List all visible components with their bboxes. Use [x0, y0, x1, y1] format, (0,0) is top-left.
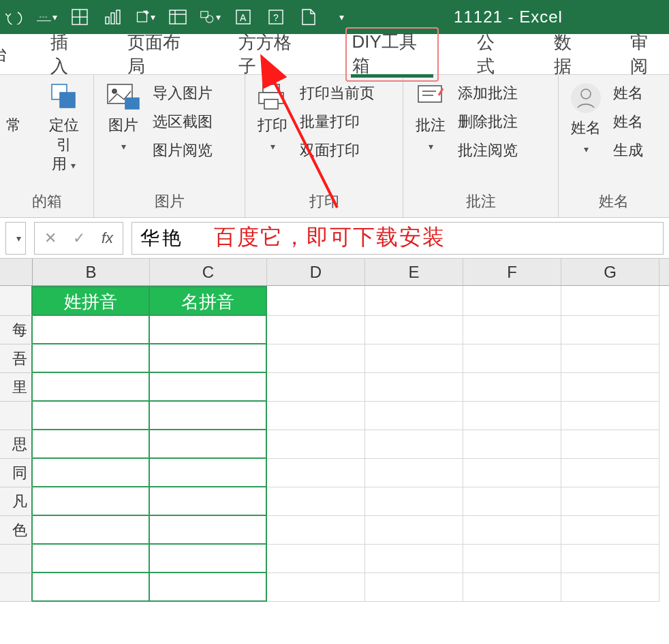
row-header[interactable] [0, 545, 33, 573]
row-header[interactable] [0, 286, 33, 316]
help-icon[interactable]: ? [266, 7, 286, 27]
document-icon[interactable] [298, 7, 319, 27]
row-header[interactable] [0, 402, 33, 430]
ribbon-add-comment[interactable]: 添加批注 [458, 83, 518, 103]
cell[interactable] [463, 573, 561, 602]
ribbon-btn-chang[interactable]: 常 [0, 79, 34, 138]
row-header[interactable]: 色 [0, 516, 33, 545]
ribbon-screenshot[interactable]: 选区截图 [153, 112, 213, 132]
tab-partial[interactable]: 台 [0, 39, 12, 69]
chart-icon[interactable] [102, 7, 123, 27]
cell[interactable] [463, 402, 561, 430]
cell[interactable] [365, 516, 463, 545]
cell[interactable] [365, 573, 463, 602]
row-header[interactable]: 思 [0, 430, 33, 459]
ribbon-picture-view[interactable]: 图片阅览 [153, 140, 213, 161]
ribbon-delete-comment[interactable]: 删除批注 [458, 112, 518, 132]
col-g[interactable]: G [561, 259, 659, 285]
insert-icon[interactable]: +▾ [135, 7, 155, 27]
spreadsheet-grid[interactable]: B C D E F G 每吾里思同凡色 姓拼音名拼音 [0, 259, 669, 602]
cell[interactable] [267, 573, 365, 602]
border-icon[interactable]: ▾ [37, 7, 57, 27]
cell[interactable] [33, 573, 150, 602]
name-box[interactable]: ▾ [5, 222, 26, 255]
cell[interactable] [365, 286, 463, 316]
cell[interactable] [561, 316, 659, 344]
ribbon-import-picture[interactable]: 导入图片 [153, 83, 213, 103]
cell[interactable] [150, 487, 267, 516]
ribbon-btn-locate-ref[interactable]: 定位引用 ▾ [41, 79, 87, 177]
cell[interactable] [463, 487, 561, 516]
col-d[interactable]: D [267, 259, 365, 285]
textbox-icon[interactable]: A [233, 7, 253, 27]
col-c[interactable]: C [150, 259, 267, 285]
cancel-icon[interactable]: ✕ [44, 229, 57, 247]
ribbon-btn-picture[interactable]: 图片▾ [101, 79, 146, 157]
cell[interactable] [463, 545, 561, 573]
cell[interactable] [267, 316, 365, 344]
ribbon-batch-print[interactable]: 批量打印 [300, 112, 375, 132]
ribbon-duplex-print[interactable]: 双面打印 [300, 140, 375, 161]
row-header[interactable] [0, 573, 33, 602]
cell[interactable] [463, 459, 561, 487]
formula-input[interactable]: 华艳 百度它，即可下载安装 [131, 222, 664, 255]
cell[interactable] [463, 373, 561, 402]
ribbon-print-current[interactable]: 打印当前页 [300, 83, 375, 103]
row-header[interactable]: 吾 [0, 344, 33, 373]
cell[interactable] [150, 402, 267, 430]
cell[interactable] [561, 286, 659, 316]
cell[interactable] [561, 344, 659, 373]
grid-icon[interactable] [69, 7, 90, 27]
row-header[interactable]: 同 [0, 459, 33, 487]
tab-fangfang[interactable]: 方方格子 [234, 28, 311, 81]
cell[interactable] [33, 402, 150, 430]
cell[interactable] [267, 545, 365, 573]
tab-formula[interactable]: 公式 [473, 28, 516, 81]
col-b[interactable]: B [33, 259, 150, 285]
row-header[interactable]: 里 [0, 373, 33, 402]
fx-icon[interactable]: fx [102, 229, 113, 247]
ribbon-comment-view[interactable]: 批注阅览 [458, 140, 518, 161]
row-header[interactable]: 每 [0, 316, 33, 344]
cell[interactable] [267, 373, 365, 402]
cell[interactable] [267, 402, 365, 430]
cell[interactable] [33, 430, 150, 459]
cell[interactable] [150, 430, 267, 459]
col-f[interactable]: F [463, 259, 561, 285]
row-header[interactable]: 凡 [0, 487, 33, 516]
cell[interactable] [365, 373, 463, 402]
cell[interactable] [365, 459, 463, 487]
cell[interactable]: 名拼音 [150, 286, 267, 316]
cell[interactable] [33, 459, 150, 487]
cell[interactable] [33, 316, 150, 344]
cell[interactable] [150, 459, 267, 487]
cell[interactable] [150, 344, 267, 373]
cell[interactable] [150, 373, 267, 402]
cell[interactable] [561, 545, 659, 573]
cell[interactable] [561, 373, 659, 402]
cell[interactable] [561, 516, 659, 545]
cell[interactable] [365, 430, 463, 459]
cell[interactable] [561, 573, 659, 602]
cell[interactable] [267, 344, 365, 373]
cell[interactable] [463, 286, 561, 316]
cell[interactable] [267, 459, 365, 487]
confirm-icon[interactable]: ✓ [73, 229, 85, 247]
ribbon-btn-name[interactable]: 姓名▾ [565, 79, 606, 160]
tab-page-layout[interactable]: 页面布局 [123, 28, 200, 81]
customize-qat-icon[interactable]: ▾ [331, 7, 352, 27]
cell[interactable] [150, 516, 267, 545]
cell[interactable] [365, 316, 463, 344]
ribbon-name-1[interactable]: 姓名 [613, 83, 643, 103]
undo-icon[interactable] [4, 7, 25, 27]
ribbon-name-2[interactable]: 姓名 [613, 112, 643, 132]
cell[interactable] [365, 487, 463, 516]
ribbon-btn-comment[interactable]: 批注▾ [410, 79, 451, 157]
cell[interactable] [150, 316, 267, 344]
cell[interactable] [365, 402, 463, 430]
cell-area[interactable]: 姓拼音名拼音 [33, 286, 659, 602]
cell[interactable] [267, 516, 365, 545]
tab-data[interactable]: 数据 [550, 28, 593, 81]
shapes-icon[interactable]: ▾ [200, 7, 221, 27]
col-e[interactable]: E [365, 259, 463, 285]
